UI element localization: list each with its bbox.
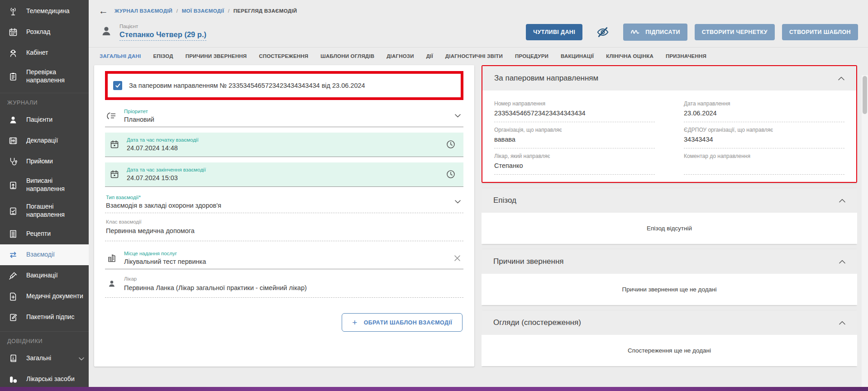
interaction-class-value: Первинна медична допомога — [106, 227, 463, 234]
sidebar-section-directories: ДОВІДНИКИ — [0, 331, 89, 348]
interaction-type-field[interactable]: Тип взаємодії* Взаємодія в закладі охоро… — [105, 191, 463, 213]
sidebar-item-declarations[interactable]: Декларації — [0, 130, 89, 151]
right-column: За паперовим направленням Номер направле… — [482, 65, 857, 391]
interaction-type-value: Взаємодія в закладі охорони здоров'я — [106, 202, 448, 209]
sidebar-item-schedule[interactable]: Розклад — [0, 22, 89, 43]
eye-off-icon[interactable] — [596, 26, 610, 38]
sidebar-item-batch-sign[interactable]: Пакетний підпис — [0, 307, 89, 328]
create-draft-button[interactable]: СТВОРИТИ ЧЕРНЕТКУ — [695, 24, 775, 40]
chevron-down-icon[interactable] — [455, 114, 463, 118]
sidebar-item-medical-documents[interactable]: Медичні документи — [0, 286, 89, 307]
app-window: Телемедицина Розклад Кабінет Перевірка н… — [0, 0, 868, 391]
tab-clinical-assessment[interactable]: КЛІНІЧНА ОЦІНКА — [606, 53, 653, 59]
tab-diagnoses[interactable]: ДІАГНОЗИ — [386, 53, 414, 59]
prescriptions-icon — [7, 229, 19, 239]
chevron-up-icon[interactable] — [839, 319, 845, 327]
sidebar-item-label: Пакетний підпис — [26, 313, 74, 321]
sidebar-item-referral-check[interactable]: Перевірка направлення — [0, 63, 89, 89]
paper-referral-panel-header[interactable]: За паперовим направленням — [482, 66, 856, 91]
observations-panel-header[interactable]: Огляди (спостереження) — [482, 310, 857, 335]
paper-referral-checkbox[interactable] — [113, 81, 122, 90]
tab-observations[interactable]: СПОСТЕРЕЖЕННЯ — [259, 53, 308, 59]
priority-value: Плановий — [124, 116, 448, 123]
service-place-label: Місце надання послуг — [124, 251, 448, 256]
sidebar-item-general[interactable]: Загальні — [0, 348, 89, 369]
sidebar-item-label: Прийоми — [26, 157, 53, 166]
tab-episode[interactable]: ЕПІЗОД — [153, 53, 173, 59]
episode-panel-header[interactable]: Епізод — [482, 188, 857, 213]
end-datetime-field[interactable]: Дата та час закінчення взаємодії 24.07.2… — [105, 162, 463, 187]
general-book-icon — [7, 353, 19, 363]
chevron-down-icon[interactable] — [79, 354, 84, 362]
sidebar-item-label: Медичні документи — [26, 292, 83, 300]
header-row: Пацієнт Степанко Четвер (29 р.) ЧУТЛИВІ … — [89, 15, 868, 47]
organization-edrpou-cell: ЄДРПОУ організації, що направляє 3434343… — [684, 122, 844, 148]
clear-icon[interactable] — [454, 255, 463, 262]
sidebar-item-redeemed-referrals[interactable]: Погашені направлення — [0, 198, 89, 224]
panel-title: За паперовим направленням — [494, 74, 598, 83]
choose-template-row: + ОБРАТИ ШАБЛОН ВЗАЄМОДІЇ — [105, 313, 463, 332]
sign-button[interactable]: ПІДПИСАТИ — [623, 24, 687, 41]
panel-title: Епізод — [493, 196, 516, 205]
tab-procedures[interactable]: ПРОЦЕДУРИ — [515, 53, 548, 59]
start-datetime-value: 24.07.2024 14:48 — [127, 144, 440, 152]
scrollbar-thumb[interactable] — [863, 76, 867, 114]
visit-reasons-panel-header[interactable]: Причини звернення — [482, 249, 857, 274]
tab-general-data[interactable]: ЗАГАЛЬНІ ДАНІ — [100, 53, 141, 59]
vaccinations-icon — [7, 271, 19, 281]
tabs-bar: ЗАГАЛЬНІ ДАНІ ЕПІЗОД ПРИЧИНИ ЗВЕРНЕННЯ С… — [89, 47, 868, 64]
service-place-field[interactable]: Місце надання послуг Лікувальний тест пе… — [105, 248, 463, 269]
referral-check-icon — [7, 72, 19, 81]
interaction-class-field: Клас взаємодії Первинна медична допомога — [105, 216, 463, 241]
tab-diagnostic-reports[interactable]: ДІАГНОСТИЧНІ ЗВІТИ — [445, 53, 503, 59]
doctor-label: Лікар — [124, 276, 463, 281]
sensitive-data-button[interactable]: ЧУТЛИВІ ДАНІ — [526, 24, 582, 40]
patients-icon — [7, 115, 19, 125]
tab-exam-templates[interactable]: ШАБЛОНИ ОГЛЯДІВ — [320, 53, 374, 59]
clock-icon[interactable] — [446, 140, 457, 149]
sidebar-item-prescriptions[interactable]: Рецепти — [0, 224, 89, 244]
sidebar-item-telemedicine[interactable]: Телемедицина — [0, 1, 89, 22]
doctor-field: Лікар Первинна Ланка (Лікар загальної пр… — [105, 273, 463, 298]
sidebar-item-appointments[interactable]: Прийоми — [0, 151, 89, 172]
chevron-up-icon[interactable] — [839, 257, 845, 266]
breadcrumb-journal-link[interactable]: ЖУРНАЛ ВЗАЄМОДІЙ — [114, 8, 172, 14]
tab-actions[interactable]: ДІЇ — [426, 53, 433, 59]
sidebar-item-vaccinations[interactable]: Вакцинації — [0, 265, 89, 286]
tab-visit-reasons[interactable]: ПРИЧИНИ ЗВЕРНЕННЯ — [186, 53, 247, 59]
sidebar-item-label: Рецепти — [26, 230, 51, 238]
sidebar-item-issued-referrals[interactable]: Виписані направлення — [0, 172, 89, 198]
tab-vaccinations[interactable]: ВАКЦИНАЦІЇ — [561, 53, 594, 59]
calendar-icon — [109, 169, 120, 179]
create-template-button[interactable]: СТВОРИТИ ШАБЛОН — [782, 24, 858, 40]
priority-label: Пріоритет — [124, 109, 448, 114]
vertical-scrollbar[interactable] — [862, 75, 868, 391]
tab-prescriptions[interactable]: ПРИЗНАЧЕННЯ — [666, 53, 706, 59]
chevron-up-icon[interactable] — [838, 74, 844, 82]
interaction-type-label: Тип взаємодії* — [106, 195, 448, 200]
chevron-down-icon[interactable] — [455, 200, 463, 204]
referral-date-cell: Дата направлення 23.06.2024 — [684, 96, 844, 122]
sidebar-item-patients[interactable]: Пацієнти — [0, 110, 89, 130]
action-buttons: ЧУТЛИВІ ДАНІ ПІДПИСАТИ СТВОРИТИ ЧЕРНЕТКУ… — [526, 24, 858, 41]
referral-number-cell: Номер направлення 2335345465723423434343… — [494, 96, 655, 122]
doctor-value: Первинна Ланка (Лікар загальної практики… — [124, 284, 463, 291]
visit-reasons-empty-text: Причини звернення ще не додані — [482, 274, 857, 305]
priority-field[interactable]: Пріоритет Плановий — [105, 105, 463, 127]
episode-panel: Епізод Епізод відсутній — [482, 188, 857, 244]
back-arrow-icon[interactable]: ← — [99, 6, 108, 15]
end-datetime-label: Дата та час закінчення взаємодії — [127, 167, 440, 172]
cabinet-icon — [7, 48, 19, 58]
start-datetime-field[interactable]: Дата та час початку взаємодії 24.07.2024… — [105, 133, 463, 157]
sidebar-item-interactions[interactable]: Взаємодії — [0, 244, 89, 265]
chevron-up-icon[interactable] — [839, 196, 845, 205]
breadcrumb-my-interactions-link[interactable]: МОЇ ВЗАЄМОДІЇ — [182, 8, 224, 14]
patient-name-link[interactable]: Степанко Четвер (29 р.) — [119, 30, 206, 41]
redeemed-referrals-icon — [7, 206, 19, 216]
paper-referral-highlight: За паперовим направленням № 233534546572… — [105, 71, 463, 100]
choose-interaction-template-button[interactable]: + ОБРАТИ ШАБЛОН ВЗАЄМОДІЇ — [342, 313, 463, 332]
sidebar-item-label: Кабінет — [26, 49, 48, 57]
observations-panel: Огляди (спостереження) Спостереження ще … — [482, 310, 857, 366]
clock-icon[interactable] — [446, 170, 457, 179]
sidebar-item-cabinet[interactable]: Кабінет — [0, 43, 89, 63]
